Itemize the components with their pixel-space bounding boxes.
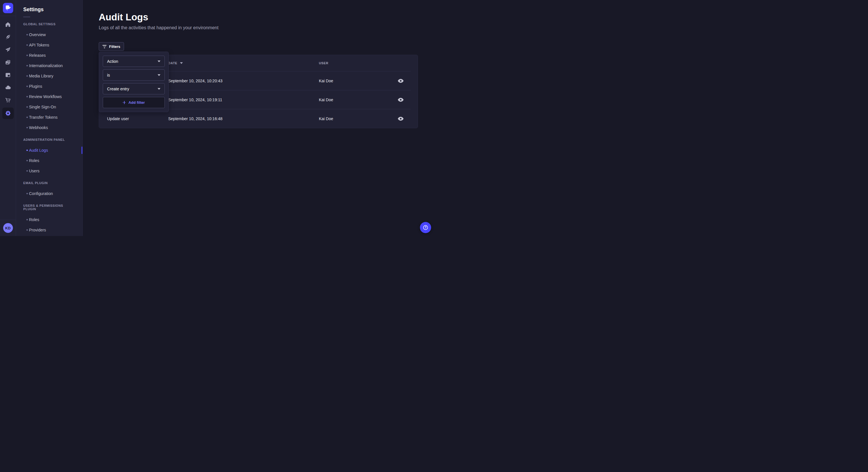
filter-value-select[interactable]: Create entry — [103, 83, 165, 94]
global-settings-list: Overview API Tokens Releases Internation… — [16, 30, 82, 133]
sidebar-item-audit-logs[interactable]: Audit Logs — [16, 145, 82, 156]
sidebar-item-webhooks[interactable]: Webhooks — [16, 123, 82, 133]
column-header-user[interactable]: USER — [319, 61, 391, 65]
main-content: Audit Logs Logs of all the activities th… — [83, 0, 434, 236]
page-title: Audit Logs — [99, 12, 418, 22]
filter-operator-select[interactable]: is — [103, 69, 165, 80]
chevron-down-icon — [158, 74, 160, 76]
home-icon[interactable] — [3, 19, 13, 30]
column-header-date-label: DATE — [168, 61, 177, 65]
section-label-administration-panel: ADMINISTRATION PANEL — [23, 138, 75, 141]
feather-icon[interactable] — [3, 32, 13, 42]
filter-popover: Action is Create entry Add filter — [99, 52, 169, 112]
plus-icon — [123, 101, 126, 104]
cell-action: Update user — [107, 116, 168, 121]
view-log-button[interactable] — [396, 97, 405, 103]
app-window: KD Settings GLOBAL SETTINGS Overview API… — [0, 0, 434, 236]
filters-button-label: Filters — [109, 44, 120, 49]
sidebar-title: Settings — [23, 7, 82, 12]
sidebar-item-admin-users[interactable]: Users — [16, 166, 82, 176]
cell-date: September 10, 2024, 10:20:43 — [168, 78, 319, 83]
email-plugin-list: Configuration — [16, 189, 82, 199]
help-button[interactable]: ? — [420, 222, 431, 233]
question-mark-icon: ? — [422, 224, 429, 231]
cart-icon[interactable] — [3, 95, 13, 105]
layout-icon[interactable] — [3, 70, 13, 80]
filter-lines-icon — [102, 45, 106, 48]
sidebar-item-admin-roles[interactable]: Roles — [16, 156, 82, 166]
settings-sidebar: Settings GLOBAL SETTINGS Overview API To… — [16, 0, 83, 236]
eye-icon — [398, 117, 404, 121]
filter-value-value: Create entry — [107, 87, 129, 91]
users-permissions-list: Roles Providers — [16, 214, 82, 235]
cell-user: Kai Doe — [319, 98, 391, 102]
sidebar-item-up-providers[interactable]: Providers — [16, 225, 82, 235]
sidebar-item-media-library[interactable]: Media Library — [16, 71, 82, 81]
sort-desc-icon — [180, 62, 183, 64]
chevron-down-icon — [158, 88, 160, 90]
logo-area — [0, 0, 16, 16]
images-icon[interactable] — [3, 57, 13, 67]
add-filter-label: Add filter — [128, 100, 145, 105]
page-subtitle: Logs of all the activities that happened… — [99, 24, 418, 31]
administration-panel-list: Audit Logs Roles Users — [16, 145, 82, 176]
sidebar-item-plugins[interactable]: Plugins — [16, 81, 82, 92]
filter-field-value: Action — [107, 59, 118, 64]
strapi-logo[interactable] — [3, 3, 13, 13]
section-label-users-permissions-plugin: USERS & PERMISSIONS PLUGIN — [23, 204, 75, 211]
cell-user: Kai Doe — [319, 116, 391, 121]
view-log-button[interactable] — [396, 115, 405, 122]
rail-nav — [2, 19, 14, 119]
sidebar-item-up-roles[interactable]: Roles — [16, 214, 82, 225]
sidebar-item-internationalization[interactable]: Internationalization — [16, 61, 82, 71]
title-divider — [23, 16, 30, 17]
cell-date: September 10, 2024, 10:19:11 — [168, 98, 319, 102]
eye-icon — [398, 98, 404, 102]
cell-user: Kai Doe — [319, 78, 391, 83]
cell-date: September 10, 2024, 10:16:48 — [168, 116, 319, 121]
avatar[interactable]: KD — [3, 223, 13, 233]
paper-plane-icon[interactable] — [3, 44, 13, 55]
eye-icon — [398, 79, 404, 83]
rail-footer: KD — [0, 220, 16, 236]
sidebar-item-overview[interactable]: Overview — [16, 30, 82, 40]
view-log-button[interactable] — [396, 78, 405, 84]
column-header-date[interactable]: DATE — [168, 61, 319, 65]
icon-rail: KD — [0, 0, 16, 236]
chevron-down-icon — [158, 61, 160, 62]
add-filter-button[interactable]: Add filter — [103, 97, 165, 108]
filter-field-select[interactable]: Action — [103, 56, 165, 67]
sidebar-item-review-workflows[interactable]: Review Workflows — [16, 92, 82, 102]
sidebar-item-api-tokens[interactable]: API Tokens — [16, 40, 82, 50]
svg-text:?: ? — [425, 226, 426, 229]
gear-icon[interactable] — [2, 107, 14, 119]
section-label-email-plugin: EMAIL PLUGIN — [23, 181, 75, 185]
section-label-global-settings: GLOBAL SETTINGS — [23, 22, 75, 26]
filters-area: Filters Action is Create entry — [99, 42, 418, 50]
sidebar-item-configuration[interactable]: Configuration — [16, 189, 82, 199]
sidebar-item-transfer-tokens[interactable]: Transfer Tokens — [16, 112, 82, 123]
sidebar-item-single-sign-on[interactable]: Single Sign-On — [16, 102, 82, 112]
filters-button[interactable]: Filters — [99, 42, 124, 51]
filter-operator-value: is — [107, 73, 110, 77]
sidebar-item-releases[interactable]: Releases — [16, 50, 82, 61]
cloud-icon[interactable] — [3, 82, 13, 93]
strapi-logo-icon — [3, 3, 13, 13]
